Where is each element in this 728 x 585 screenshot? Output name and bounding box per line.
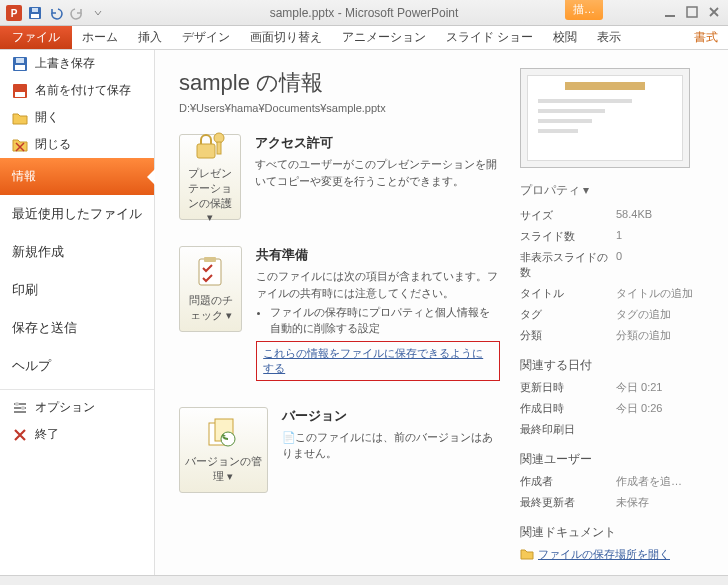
tab-review[interactable]: 校閲 — [543, 26, 587, 49]
svg-rect-19 — [217, 142, 221, 154]
check-issues-button[interactable]: 問題のチェック ▾ — [179, 246, 242, 332]
title-bar: P sample.pptx - Microsoft PowerPoint 描… — [0, 0, 728, 26]
svg-rect-20 — [199, 259, 221, 285]
backstage-content: sample の情報 D:¥Users¥hama¥Documents¥sampl… — [155, 50, 728, 575]
prop-author[interactable]: 作成者作成者を追… — [520, 471, 712, 492]
prop-created: 作成日時今日 0:26 — [520, 398, 712, 419]
properties-dropdown[interactable]: プロパティ ▾ — [520, 182, 712, 199]
prop-last-modified-by: 最終更新者未保存 — [520, 492, 712, 513]
window-title: sample.pptx - Microsoft PowerPoint — [0, 6, 728, 20]
sidebar-item-label: 印刷 — [12, 282, 38, 297]
sidebar-info[interactable]: 情報 — [0, 158, 154, 195]
sidebar-item-label: 閉じる — [35, 136, 71, 153]
powerpoint-icon[interactable]: P — [4, 3, 24, 23]
related-dates-header: 関連する日付 — [520, 358, 712, 373]
tab-transitions[interactable]: 画面切り替え — [240, 26, 332, 49]
sidebar-help[interactable]: ヘルプ — [0, 347, 154, 385]
tab-slideshow[interactable]: スライド ショー — [436, 26, 543, 49]
sidebar-open[interactable]: 開く — [0, 104, 154, 131]
svg-rect-11 — [15, 92, 25, 97]
svg-text:P: P — [11, 8, 18, 19]
sidebar-item-label: 新規作成 — [12, 244, 64, 259]
svg-point-16 — [21, 406, 25, 410]
lock-key-icon — [193, 130, 227, 162]
window-controls — [664, 6, 728, 20]
protect-presentation-button[interactable]: プレゼンテーションの保護 ▾ — [179, 134, 241, 220]
tab-home[interactable]: ホーム — [72, 26, 128, 49]
manage-versions-button[interactable]: バージョンの管理 ▾ — [179, 407, 268, 493]
save-icon[interactable] — [25, 3, 45, 23]
tab-view[interactable]: 表示 — [587, 26, 631, 49]
folder-icon — [520, 547, 534, 561]
related-users-header: 関連ユーザー — [520, 452, 712, 467]
tab-insert[interactable]: 挿入 — [128, 26, 172, 49]
backstage: 上書き保存 名前を付けて保存 開く 閉じる 情報 最近使用したファイル 新規作成… — [0, 50, 728, 575]
file-tab[interactable]: ファイル — [0, 26, 72, 49]
sidebar-save[interactable]: 上書き保存 — [0, 50, 154, 77]
saveas-icon — [12, 83, 28, 99]
sidebar-item-label: 上書き保存 — [35, 55, 95, 72]
sidebar-new[interactable]: 新規作成 — [0, 233, 154, 271]
section-header: アクセス許可 — [255, 134, 500, 152]
svg-rect-17 — [197, 144, 215, 158]
svg-rect-3 — [31, 14, 39, 18]
section-prepare-share: 問題のチェック ▾ 共有準備 このファイルには次の項目が含まれています。ファイル… — [179, 246, 500, 381]
svg-rect-14 — [14, 411, 26, 413]
sidebar-exit[interactable]: 終了 — [0, 421, 154, 448]
svg-rect-21 — [204, 257, 216, 262]
sidebar-share[interactable]: 保存と送信 — [0, 309, 154, 347]
sidebar-recent[interactable]: 最近使用したファイル — [0, 195, 154, 233]
section-header: 共有準備 — [256, 246, 500, 264]
svg-rect-8 — [15, 65, 25, 70]
sidebar-options[interactable]: オプション — [0, 394, 154, 421]
backstage-sidebar: 上書き保存 名前を付けて保存 開く 閉じる 情報 最近使用したファイル 新規作成… — [0, 50, 155, 575]
section-header: バージョン — [282, 407, 500, 425]
prop-slides: スライド数1 — [520, 226, 712, 247]
ribbon-tabs: ファイル ホーム 挿入 デザイン 画面切り替え アニメーション スライド ショー… — [0, 26, 728, 50]
slide-thumbnail[interactable] — [520, 68, 690, 168]
page-title: sample の情報 — [179, 68, 500, 98]
file-path: D:¥Users¥hama¥Documents¥sample.pptx — [179, 102, 500, 114]
undo-icon[interactable] — [46, 3, 66, 23]
prop-category[interactable]: 分類分類の追加 — [520, 325, 712, 346]
versions-icon — [206, 416, 240, 450]
sidebar-saveas[interactable]: 名前を付けて保存 — [0, 77, 154, 104]
checklist-icon — [194, 255, 228, 289]
redo-icon[interactable] — [67, 3, 87, 23]
save-icon — [12, 56, 28, 72]
exit-icon — [12, 427, 28, 443]
open-file-location-link[interactable]: ファイルの保存場所を開く — [520, 544, 712, 565]
svg-rect-5 — [665, 15, 675, 17]
svg-rect-9 — [16, 58, 24, 63]
minimize-icon[interactable] — [664, 6, 676, 20]
maximize-icon[interactable] — [686, 6, 698, 20]
allow-save-info-link[interactable]: これらの情報をファイルに保存できるようにする — [263, 347, 483, 374]
prop-last-printed: 最終印刷日 — [520, 419, 712, 440]
section-body: すべてのユーザーがこのプレゼンテーションを開いてコピーや変更を行うことができます… — [255, 156, 500, 189]
folder-close-icon — [12, 137, 28, 153]
svg-rect-4 — [32, 8, 38, 12]
close-icon[interactable] — [708, 6, 720, 20]
properties-panel: プロパティ ▾ サイズ58.4KB スライド数1 非表示スライドの数0 タイトル… — [520, 68, 712, 565]
sidebar-close[interactable]: 閉じる — [0, 131, 154, 158]
contextual-tab[interactable]: 描… — [565, 0, 603, 20]
folder-open-icon — [12, 110, 28, 126]
svg-rect-6 — [687, 7, 697, 17]
prop-tags[interactable]: タグタグの追加 — [520, 304, 712, 325]
tab-animations[interactable]: アニメーション — [332, 26, 436, 49]
sidebar-item-label: 最近使用したファイル — [12, 206, 142, 221]
prop-title[interactable]: タイトルタイトルの追加 — [520, 283, 712, 304]
tab-design[interactable]: デザイン — [172, 26, 240, 49]
sidebar-print[interactable]: 印刷 — [0, 271, 154, 309]
section-versions: バージョンの管理 ▾ バージョン 📄 このファイルには、前のバージョンはありませ… — [179, 407, 500, 493]
sidebar-item-label: 保存と送信 — [12, 320, 77, 335]
button-label: バージョンの管理 ▾ — [184, 454, 263, 484]
status-bar — [0, 575, 728, 585]
button-label: 問題のチェック ▾ — [184, 293, 237, 323]
divider — [0, 389, 154, 390]
section-body: 📄 このファイルには、前のバージョンはありません。 — [282, 429, 500, 462]
qat-dropdown-icon[interactable] — [88, 3, 108, 23]
options-icon — [12, 400, 28, 416]
tab-format[interactable]: 書式 — [684, 26, 728, 49]
sidebar-item-label: オプション — [35, 399, 95, 416]
